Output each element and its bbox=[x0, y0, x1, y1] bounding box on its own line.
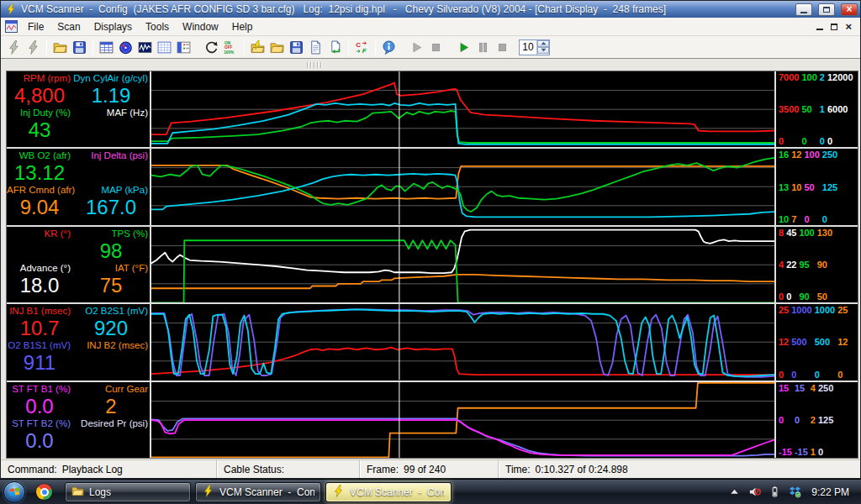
mdi-minimize-button[interactable] bbox=[816, 29, 823, 30]
menu-item-scan[interactable]: Scan bbox=[50, 18, 87, 35]
channel-cell[interactable]: MAP (kPa) 167.0 bbox=[72, 184, 150, 218]
channel-cell[interactable]: INJ B2 (msec) bbox=[72, 339, 150, 374]
table-display-icon[interactable] bbox=[97, 38, 116, 57]
channel-cell[interactable]: AFR Cmnd (afr) 9.04 bbox=[7, 184, 72, 218]
taskbar-task-2[interactable]: VCM Scanner - Con... bbox=[195, 482, 321, 502]
playback-stop-icon[interactable] bbox=[493, 38, 512, 57]
splitter-handle[interactable] bbox=[1, 59, 860, 71]
menu-item-window[interactable]: Window bbox=[176, 18, 225, 35]
channel-cell[interactable]: ST FT B2 (%) 0.0 bbox=[7, 417, 72, 452]
dropbox-icon[interactable] bbox=[788, 486, 801, 499]
taskbar-clock[interactable]: 9:22 PM bbox=[811, 486, 849, 498]
strip-plot[interactable] bbox=[151, 149, 774, 224]
folder-icon bbox=[71, 485, 84, 500]
axis-column: 10005000 bbox=[791, 306, 811, 378]
playback-speed-spinner[interactable]: 10 bbox=[519, 39, 550, 55]
volume-muted-icon[interactable] bbox=[747, 486, 761, 499]
channel-label: AFR Cmnd (afr) bbox=[7, 184, 72, 197]
close-button[interactable]: × bbox=[841, 3, 858, 16]
axis-value: 0 bbox=[822, 215, 837, 223]
log-info-icon[interactable] bbox=[306, 38, 325, 57]
channel-cell[interactable]: Curr Gear 2 bbox=[72, 383, 150, 417]
axis-column: 25120 bbox=[779, 306, 789, 378]
channel-cell[interactable]: WB O2 (afr) 13.12 bbox=[7, 150, 72, 184]
menu-item-tools[interactable]: Tools bbox=[139, 18, 176, 35]
spinner-down-button[interactable] bbox=[537, 47, 549, 54]
channel-cell[interactable]: Inj Duty (%) 43 bbox=[7, 107, 72, 141]
record-stop-icon[interactable] bbox=[426, 38, 446, 57]
write-vehicle-icon[interactable] bbox=[24, 38, 43, 57]
channel-cell[interactable]: IAT (°F) 75 bbox=[72, 262, 150, 297]
menu-item-file[interactable]: File bbox=[21, 18, 50, 35]
restore-button[interactable] bbox=[818, 3, 835, 16]
polling-toggle-icon[interactable] bbox=[202, 38, 221, 57]
playback-play-icon[interactable] bbox=[454, 38, 473, 57]
tray-expand-icon[interactable] bbox=[727, 486, 741, 499]
axis-value: 500 bbox=[815, 338, 835, 346]
channel-cell[interactable]: Inj Delta (psi) bbox=[72, 150, 150, 184]
chart-strip-4: INJ B1 (msec) 10.7O2 B2S1 (mV) 920O2 B1S… bbox=[7, 304, 858, 381]
playback-pause-icon[interactable] bbox=[473, 38, 493, 57]
mdi-close-button[interactable]: × bbox=[845, 22, 852, 32]
mdi-restore-button[interactable] bbox=[831, 24, 837, 30]
channel-cell[interactable]: TPS (%) 98 bbox=[72, 228, 150, 262]
axis-value: 25 bbox=[779, 306, 789, 314]
taskbar-task-3[interactable]: VCM Scanner - Con... bbox=[325, 482, 452, 502]
chart-display-icon[interactable] bbox=[135, 38, 155, 57]
minimize-button[interactable] bbox=[795, 3, 812, 16]
gauge-display-icon[interactable] bbox=[116, 38, 135, 57]
strip-plot[interactable] bbox=[151, 382, 774, 458]
channel-cell[interactable]: KR (°) bbox=[7, 228, 72, 262]
curve-st-ft-b1 bbox=[151, 420, 774, 455]
strip-plot[interactable] bbox=[151, 304, 774, 380]
axis-column: 45220 bbox=[786, 228, 796, 301]
channel-cell[interactable]: O2 B2S1 (mV) 920 bbox=[72, 305, 150, 339]
axis-scale-panel: 25120100050001000500025120 bbox=[774, 304, 858, 380]
taskbar: LogsVCM Scanner - Con...VCM Scanner - Co… bbox=[0, 479, 861, 504]
task-label: Logs bbox=[89, 486, 111, 498]
axis-value: 100 bbox=[799, 228, 814, 237]
status-cable: Cable Status: bbox=[216, 460, 359, 478]
svg-text:ON: ON bbox=[224, 40, 231, 45]
title-bar[interactable]: VCM Scanner - Config (JAKES AFR CONFIG S… bbox=[1, 1, 860, 18]
open-log-icon[interactable] bbox=[248, 38, 267, 57]
save-log-icon[interactable] bbox=[287, 38, 306, 57]
taskbar-task-1[interactable]: Logs bbox=[65, 482, 191, 502]
channel-cell[interactable]: INJ B1 (msec) 10.7 bbox=[7, 305, 72, 339]
app-icon bbox=[5, 3, 17, 15]
axis-column: 25120 bbox=[837, 306, 848, 378]
channel-cell[interactable]: Advance (°) 18.0 bbox=[7, 262, 72, 297]
start-button[interactable] bbox=[3, 481, 25, 503]
channel-value: 18.0 bbox=[7, 275, 72, 297]
open-config-icon[interactable] bbox=[50, 38, 70, 57]
menu-item-help[interactable]: Help bbox=[225, 18, 260, 35]
spinner-up-button[interactable] bbox=[537, 40, 549, 47]
channel-cell[interactable]: Desired Pr (psi) bbox=[72, 417, 150, 452]
export-log-icon[interactable] bbox=[325, 38, 345, 57]
list-display-icon[interactable] bbox=[174, 38, 193, 57]
units-toggle-icon[interactable]: ONOFF100% bbox=[221, 38, 240, 57]
menu-item-displays[interactable]: Displays bbox=[87, 18, 139, 35]
channel-cell[interactable]: ST FT B1 (%) 0.0 bbox=[7, 383, 72, 417]
save-config-icon[interactable] bbox=[70, 38, 89, 57]
record-play-icon[interactable] bbox=[407, 38, 426, 57]
channel-cell[interactable]: MAF (Hz) bbox=[72, 107, 150, 141]
grid-display-icon[interactable] bbox=[155, 38, 174, 57]
axis-value: 250 bbox=[818, 384, 833, 392]
axis-column: 421 bbox=[811, 384, 816, 456]
channel-cell[interactable]: RPM (rpm) 4,800 bbox=[7, 72, 72, 107]
channel-value: 43 bbox=[7, 119, 72, 141]
battery-icon[interactable] bbox=[768, 486, 781, 499]
open-file-icon[interactable] bbox=[267, 38, 287, 57]
custom-pids-icon[interactable]: CF bbox=[352, 38, 372, 57]
channel-cell[interactable]: O2 B1S1 (mV) 911 bbox=[7, 339, 72, 374]
read-vehicle-icon[interactable] bbox=[4, 38, 24, 57]
strip-plot[interactable] bbox=[151, 227, 774, 302]
axis-value: 50 bbox=[817, 292, 832, 301]
vehicle-info-icon[interactable] bbox=[379, 38, 399, 57]
channel-cell[interactable]: Dyn CylAir (g/cyl) 1.19 bbox=[72, 72, 150, 107]
spinner-value[interactable]: 10 bbox=[520, 40, 536, 55]
strip-plot[interactable] bbox=[151, 71, 774, 147]
chrome-icon[interactable] bbox=[36, 484, 52, 500]
splitter-grip[interactable] bbox=[307, 62, 322, 68]
